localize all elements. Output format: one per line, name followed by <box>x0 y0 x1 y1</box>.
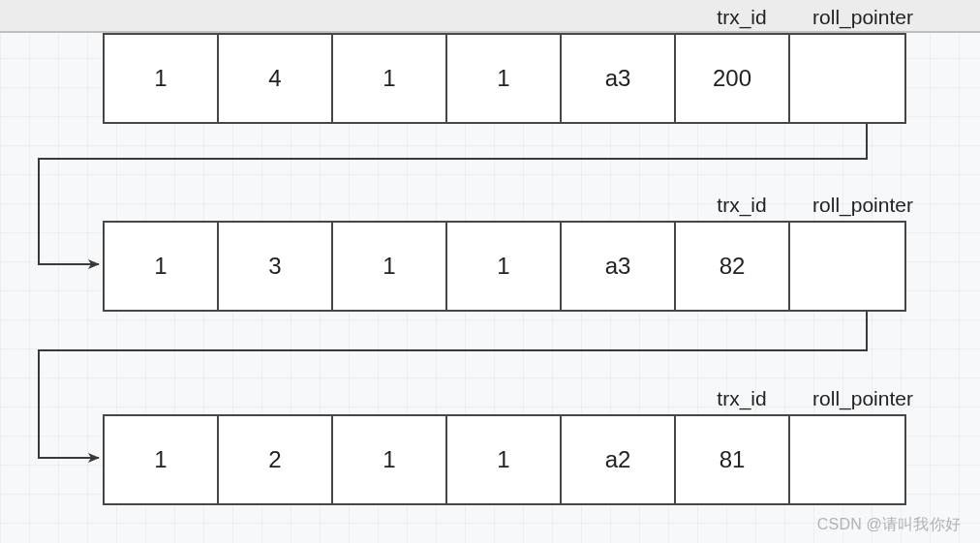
table-cell: 1 <box>333 35 447 122</box>
table-cell-trx-id: 81 <box>676 416 790 503</box>
record-row-1-wrap: trx_id roll_pointer 1 4 1 1 a3 200 <box>103 33 906 124</box>
header-roll-pointer: roll_pointer <box>800 6 926 29</box>
table-cell: 1 <box>105 35 219 122</box>
table-cell: 3 <box>219 223 333 310</box>
table-cell: 1 <box>447 223 562 310</box>
record-row-2-wrap: trx_id roll_pointer 1 3 1 1 a3 82 <box>103 221 906 312</box>
header-trx-id: trx_id <box>684 387 800 410</box>
table-cell-roll-pointer <box>790 35 904 122</box>
header-roll-pointer: roll_pointer <box>800 387 926 410</box>
watermark-text: CSDN @请叫我你好 <box>817 515 961 535</box>
table-cell-roll-pointer <box>790 416 904 503</box>
record-row-3-wrap: trx_id roll_pointer 1 2 1 1 a2 81 <box>103 414 906 505</box>
row-2-headers: trx_id roll_pointer <box>684 194 926 217</box>
table-cell: 1 <box>447 416 562 503</box>
table-cell: 2 <box>219 416 333 503</box>
record-row-3: 1 2 1 1 a2 81 <box>103 414 906 505</box>
table-cell-roll-pointer <box>790 223 904 310</box>
table-cell: 1 <box>333 223 447 310</box>
table-cell-trx-id: 200 <box>676 35 790 122</box>
table-cell: a2 <box>562 416 676 503</box>
table-cell: a3 <box>562 223 676 310</box>
table-cell: 1 <box>333 416 447 503</box>
table-cell: a3 <box>562 35 676 122</box>
record-row-1: 1 4 1 1 a3 200 <box>103 33 906 124</box>
table-cell: 1 <box>105 223 219 310</box>
table-cell-trx-id: 82 <box>676 223 790 310</box>
row-3-headers: trx_id roll_pointer <box>684 387 926 410</box>
table-cell: 4 <box>219 35 333 122</box>
table-cell: 1 <box>447 35 562 122</box>
table-cell: 1 <box>105 416 219 503</box>
header-trx-id: trx_id <box>684 194 800 217</box>
record-row-2: 1 3 1 1 a3 82 <box>103 221 906 312</box>
header-roll-pointer: roll_pointer <box>800 194 926 217</box>
row-1-headers: trx_id roll_pointer <box>684 6 926 29</box>
diagram-canvas: trx_id roll_pointer 1 4 1 1 a3 200 trx_i… <box>0 0 980 543</box>
header-trx-id: trx_id <box>684 6 800 29</box>
